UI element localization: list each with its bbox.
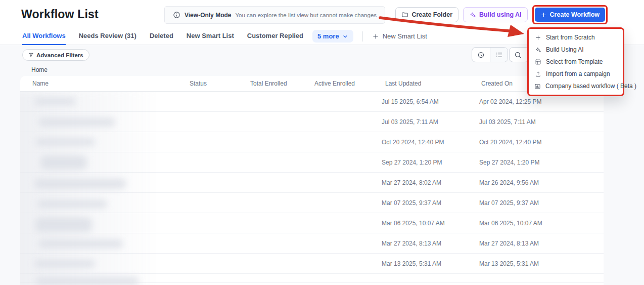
cell-last-updated: Mar 27 2024, 8:13 AM [382,240,441,247]
tab-label: Customer Replied [247,32,303,39]
tab[interactable]: Needs Review (31) [79,28,136,45]
menu-item[interactable]: Select from Template [529,56,623,68]
cell-created-on: Sep 27 2024, 1:20 PM [479,159,539,166]
chevron-down-icon [342,33,348,39]
more-tabs-button[interactable]: 5 more [312,30,353,43]
banner-title: View-Only Mode [185,12,231,19]
tab-label: Needs Review (31) [79,32,136,39]
funnel-icon [28,52,34,58]
menu-item[interactable]: Start from Scratch [529,31,623,44]
menu-item-label: Build Using AI [546,46,584,53]
more-tabs-label: 5 more [317,32,339,40]
cell-created-on: Mar 27 2024, 8:13 AM [479,240,539,247]
menu-item-label: Start from Scratch [546,34,595,41]
table-header-row: Name Status Total Enrolled Active Enroll… [20,76,604,92]
build-using-ai-label: Build using AI [479,11,522,18]
menu-item-icon [534,47,541,53]
build-using-ai-button[interactable]: Build using AI [463,7,528,22]
advanced-filters-button[interactable]: Advanced Filters [22,49,89,61]
clock-icon [477,51,485,59]
plus-icon [540,12,547,18]
table-row[interactable]: Mar 06 2025, 10:07 AM Mar 06 2025, 10:07… [20,213,604,233]
cell-last-updated: Mar 27 2024, 8:02 AM [382,179,441,186]
tab[interactable]: All Workflows [22,28,66,45]
info-icon [173,11,180,19]
search-icon [514,51,522,59]
tab[interactable]: Deleted [150,28,173,45]
table-row[interactable]: Mar 27 2024, 8:13 AM Mar 27 2024, 8:13 A… [20,233,604,254]
tab[interactable]: Customer Replied [247,28,303,45]
cell-last-updated: Mar 13 2025, 5:31 AM [382,260,441,267]
header-actions: Create Folder Build using AI Create Work… [395,5,608,24]
create-folder-label: Create Folder [411,11,452,18]
create-workflow-button[interactable]: Create Workflow [535,8,605,22]
history-view-button[interactable] [472,48,490,62]
table-row[interactable]: Jul 03 2025, 7:11 AM Jul 03 2025, 7:11 A… [20,112,604,132]
list-icon [495,51,503,59]
new-smart-list-label: New Smart List [383,32,427,40]
cell-last-updated: Oct 20 2024, 12:40 PM [382,139,444,146]
workflow-list-page: Workflow List View-Only Mode You can exp… [0,0,644,285]
cell-last-updated: Jul 15 2025, 6:54 AM [382,98,439,105]
create-workflow-menu: Start from Scratch Build Using AI Select… [527,27,624,96]
tab-label: All Workflows [22,32,66,39]
cell-created-on: Jul 03 2025, 7:11 AM [479,118,536,126]
column-header[interactable]: Status [190,80,207,87]
tabbar-divider [362,31,363,42]
view-toggle [472,47,508,62]
cell-created-on: Mar 26 2024, 9:56 AM [479,179,539,186]
workflow-tabs: All Workflows Needs Review (31) Deleted … [22,28,303,45]
table-row[interactable]: Jul 15 2025, 6:54 AM Apr 02 2024, 12:25 … [20,92,604,112]
menu-item-icon [534,59,541,65]
menu-item-icon [534,83,541,90]
tab-label: New Smart List [187,32,234,39]
column-header[interactable]: Total Enrolled [250,80,287,87]
menu-item-label: Select from Template [546,58,603,65]
menu-item-label: Company based workflow ( Beta ) [545,83,636,90]
workflow-table: Name Status Total Enrolled Active Enroll… [20,76,604,285]
column-header[interactable]: Active Enrolled [314,80,355,87]
menu-item-label: Import from a campaign [546,70,610,77]
table-row[interactable]: Mar 27 2024, 8:02 AM Mar 26 2024, 9:56 A… [20,173,604,193]
menu-item-icon [534,71,541,77]
advanced-filters-label: Advanced Filters [36,52,83,58]
view-only-banner: View-Only Mode You can explore the list … [164,6,385,24]
table-body: Jul 15 2025, 6:54 AM Apr 02 2024, 12:25 … [20,92,604,274]
table-row[interactable]: Oct 20 2024, 12:40 PM Oct 20 2024, 12:40… [20,132,604,152]
table-row-partial [20,274,604,283]
plus-icon [372,33,379,40]
create-workflow-highlight: Create Workflow [532,5,608,24]
create-folder-button[interactable]: Create Folder [395,7,458,22]
cell-created-on: Apr 02 2024, 12:25 PM [479,98,541,105]
page-header: Workflow List View-Only Mode You can exp… [0,0,644,28]
cell-created-on: Mar 13 2025, 5:31 AM [479,260,539,267]
breadcrumb[interactable]: Home [31,66,48,73]
column-header[interactable]: Created On [481,80,513,87]
table-row[interactable]: Mar 07 2025, 9:37 AM Mar 07 2025, 9:37 A… [20,193,604,213]
banner-message: You can explore the list view but cannot… [235,12,377,18]
tab[interactable]: New Smart List [187,28,234,45]
cell-last-updated: Mar 06 2025, 10:07 AM [382,220,445,227]
table-row[interactable]: Sep 27 2024, 1:20 PM Sep 27 2024, 1:20 P… [20,152,604,173]
cell-created-on: Mar 06 2025, 10:07 AM [479,220,542,227]
column-header[interactable]: Name [32,80,49,87]
search-button[interactable] [509,47,529,62]
cell-created-on: Oct 20 2024, 12:40 PM [479,139,541,146]
cell-last-updated: Mar 07 2025, 9:37 AM [382,199,441,207]
folder-icon [401,11,408,18]
page-title: Workflow List [21,8,99,21]
cell-last-updated: Sep 27 2024, 1:20 PM [382,159,442,166]
menu-item-icon [534,34,541,41]
list-view-button[interactable] [490,48,508,62]
table-row[interactable]: Mar 13 2025, 5:31 AM Mar 13 2025, 5:31 A… [20,254,604,274]
cell-last-updated: Jul 03 2025, 7:11 AM [382,118,438,126]
sparkles-icon [469,11,476,18]
menu-item[interactable]: Company based workflow ( Beta ) [529,80,623,92]
cell-created-on: Mar 07 2025, 9:37 AM [479,199,539,207]
menu-item[interactable]: Import from a campaign [529,68,623,80]
create-workflow-label: Create Workflow [550,11,600,18]
column-header[interactable]: Last Updated [385,80,421,87]
tab-label: Deleted [150,32,173,39]
new-smart-list-button[interactable]: New Smart List [372,32,427,40]
menu-item[interactable]: Build Using AI [529,44,623,56]
